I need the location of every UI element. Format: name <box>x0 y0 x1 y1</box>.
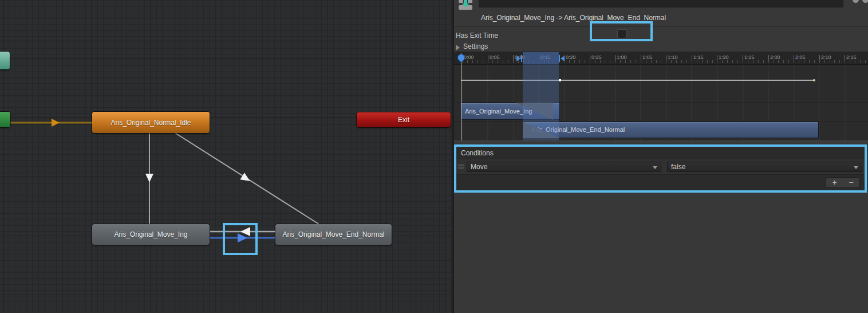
state-move-end-normal[interactable]: Aris_Original_Move_End_Normal <box>275 224 392 245</box>
section-divider <box>454 26 868 27</box>
ruler-tick: 2:10 <box>819 54 831 60</box>
state-move-ing[interactable]: Aris_Original_Move_Ing <box>92 224 210 245</box>
add-remove-button-group: + − <box>826 177 860 188</box>
transition-name-field[interactable] <box>479 0 843 7</box>
transition-lines <box>0 0 452 313</box>
ruler-tick: 2:00 <box>768 54 780 60</box>
transition-title: Aris_Original_Move_Ing -> Aris_Original_… <box>481 14 666 22</box>
ruler-tick: 1:20 <box>717 54 729 60</box>
any-state-node[interactable] <box>0 52 10 69</box>
animator-window: Aris_Original_Normal_Idle Exit Aris_Orig… <box>0 0 868 313</box>
ruler-tick: 2:05 <box>794 54 806 60</box>
condition-value: false <box>671 163 685 171</box>
transition-start-marker[interactable] <box>516 55 522 62</box>
drag-handle-icon[interactable] <box>458 165 464 169</box>
conditions-footer: + − <box>456 174 865 190</box>
weight-line-end-dot <box>813 79 815 81</box>
transition-entry-to-idle[interactable] <box>10 119 92 127</box>
clip-bar-move-ing[interactable]: Aris_Original_Move_Ing <box>461 103 560 120</box>
ruler-tick: 0:25 <box>590 54 602 60</box>
transition-end-marker[interactable] <box>559 55 565 62</box>
transition-icon <box>458 0 473 10</box>
clip-bar-move-end-normal[interactable]: Aris_Original_Move_End_Normal <box>523 122 819 138</box>
ruler-minor-ticks <box>462 60 868 63</box>
transition-idle-to-move-ing[interactable] <box>145 133 153 224</box>
blend-weight-line <box>461 80 814 81</box>
timeline-bottom-strip <box>454 140 868 142</box>
remove-condition-button[interactable]: − <box>843 178 859 187</box>
condition-value-dropdown[interactable]: false <box>667 162 862 172</box>
conditions-header: Conditions <box>456 147 865 159</box>
add-condition-button[interactable]: + <box>826 178 843 187</box>
transition-timeline[interactable]: 0:00 0:05 0:10 0:15 0:20 0:25 1:00 1:05 … <box>454 52 868 142</box>
ruler-tick: 1:10 <box>666 54 678 60</box>
condition-row: Move false <box>456 159 865 174</box>
state-normal-idle[interactable]: Aris_Original_Normal_Idle <box>92 112 210 133</box>
ruler-tick: 0:15 <box>539 54 551 60</box>
condition-parameter-dropdown[interactable]: Move <box>467 162 661 172</box>
ruler-tick: 1:05 <box>641 54 653 60</box>
transition-end-node-dot[interactable] <box>559 79 561 81</box>
playhead-line[interactable] <box>461 53 461 141</box>
ruler-tick: 0:05 <box>488 54 500 60</box>
ruler-tick: 0:20 <box>564 54 576 60</box>
conditions-title: Conditions <box>461 149 494 157</box>
ruler-tick: 1:00 <box>615 54 627 60</box>
ruler-tick: 1:25 <box>743 54 755 60</box>
ruler-tick: 2:15 <box>845 54 857 60</box>
state-machine-canvas[interactable]: Aris_Original_Normal_Idle Exit Aris_Orig… <box>0 0 452 313</box>
settings-foldout[interactable]: Settings <box>463 42 488 50</box>
transition-idle-to-move-end[interactable] <box>175 133 319 224</box>
help-icon[interactable] <box>853 0 859 3</box>
dropdown-arrow-icon <box>854 166 858 169</box>
ruler-tick: 1:15 <box>692 54 704 60</box>
conditions-panel: Conditions Move false + − <box>454 144 867 193</box>
dropdown-arrow-icon <box>653 166 657 169</box>
entry-node[interactable] <box>0 112 10 127</box>
highlight-box-transition-arrows <box>223 223 258 255</box>
has-exit-time-label: Has Exit Time <box>456 32 498 40</box>
gear-icon[interactable] <box>862 0 868 3</box>
condition-parameter-value: Move <box>471 163 487 171</box>
highlight-box-checkbox <box>590 21 653 41</box>
state-exit[interactable]: Exit <box>357 112 451 127</box>
transition-inspector: Aris_Original_Move_Ing -> Aris_Original_… <box>454 0 868 313</box>
settings-foldout-arrow-icon[interactable] <box>456 45 460 50</box>
